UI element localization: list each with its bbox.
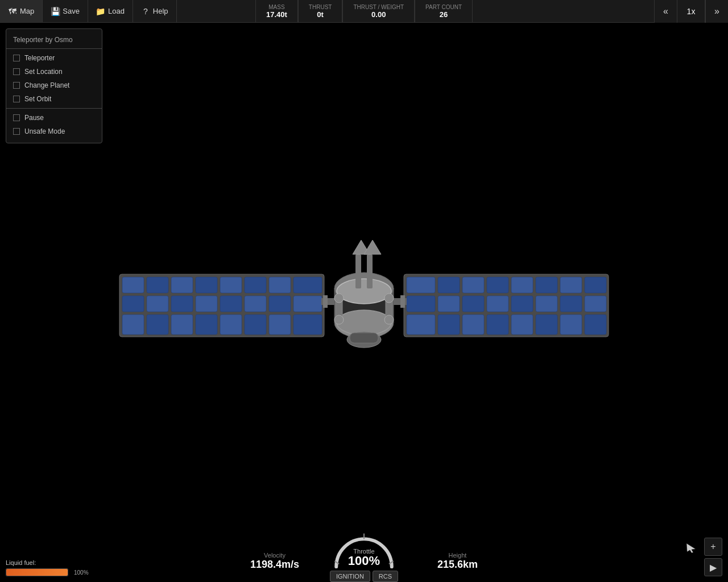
fuel-percentage: 100%	[74, 569, 89, 576]
teleporter-label: Teleporter	[24, 54, 55, 62]
ignition-button[interactable]: IGNITION	[330, 571, 370, 582]
set-orbit-label: Set Orbit	[24, 95, 51, 103]
load-icon: 📁	[96, 7, 105, 16]
cursor-icon	[685, 542, 697, 554]
svg-point-58	[337, 310, 391, 335]
thrust-stat: Thrust 0t	[298, 0, 343, 23]
svg-rect-4	[196, 277, 217, 293]
svg-rect-33	[536, 277, 557, 293]
menu-item-pause[interactable]: Pause	[6, 111, 102, 125]
time-controls: « 1x »	[654, 0, 728, 23]
thrust-weight-label: Thrust / Weight	[353, 4, 404, 10]
velocity-value: 1198.4m/s	[250, 559, 299, 571]
menu-item-set-location[interactable]: Set Location	[6, 65, 102, 79]
fuel-bar	[6, 569, 68, 576]
svg-rect-15	[269, 296, 291, 312]
save-button[interactable]: 💾 Save	[43, 0, 88, 22]
svg-rect-2	[147, 277, 168, 293]
svg-point-65	[384, 315, 394, 324]
svg-rect-36	[407, 296, 435, 312]
throttle-text-block: Throttle 100%	[348, 549, 380, 567]
svg-rect-17	[122, 315, 144, 335]
spacecraft-area	[0, 23, 728, 582]
center-stats: Mass 17.40t Thrust 0t Thrust / Weight 0.…	[255, 0, 473, 23]
map-label: Map	[20, 7, 34, 15]
svg-rect-46	[462, 315, 484, 335]
play-button[interactable]: ▶	[704, 558, 722, 576]
time-speed: 1x	[677, 0, 705, 23]
svg-rect-68	[367, 254, 373, 288]
load-label: Load	[108, 7, 125, 15]
part-count-label: Part Count	[425, 4, 462, 10]
rcs-button[interactable]: RCS	[373, 571, 398, 582]
svg-point-62	[334, 294, 344, 303]
set-orbit-checkbox[interactable]	[13, 96, 20, 102]
rewind-button[interactable]: «	[654, 0, 677, 23]
svg-rect-8	[293, 277, 322, 293]
change-planet-checkbox[interactable]	[13, 82, 20, 89]
plus-button[interactable]: +	[704, 538, 722, 556]
map-button[interactable]: 🗺 Map	[0, 0, 43, 22]
svg-rect-39	[487, 296, 508, 312]
svg-rect-5	[220, 277, 242, 293]
menu-item-teleporter[interactable]: Teleporter	[6, 51, 102, 65]
set-location-checkbox[interactable]	[13, 68, 20, 75]
height-value: 215.6km	[437, 559, 478, 571]
left-solar-panel	[119, 274, 341, 337]
height-block: Height 215.6km	[437, 552, 478, 571]
pause-checkbox[interactable]	[13, 114, 20, 121]
pause-label: Pause	[24, 114, 44, 122]
svg-rect-19	[171, 315, 193, 335]
svg-rect-49	[536, 315, 557, 335]
svg-rect-1	[122, 277, 144, 293]
set-location-label: Set Location	[24, 68, 63, 76]
svg-rect-6	[245, 277, 266, 293]
menu-item-change-planet[interactable]: Change Planet	[6, 79, 102, 92]
save-icon: 💾	[51, 7, 60, 16]
svg-rect-47	[487, 315, 508, 335]
svg-rect-41	[536, 296, 557, 312]
bottom-right-buttons: + ▶	[704, 538, 722, 576]
menu-title: Teleporter by Osmo	[6, 34, 102, 49]
throttle-value: 100%	[348, 555, 380, 567]
svg-point-63	[334, 315, 344, 324]
thrust-weight-value: 0.00	[371, 10, 386, 19]
svg-marker-69	[364, 240, 381, 254]
menu-divider	[6, 108, 102, 109]
svg-rect-11	[171, 296, 193, 312]
menu-item-unsafe-mode[interactable]: Unsafe Mode	[6, 125, 102, 138]
svg-rect-30	[462, 277, 484, 293]
svg-rect-45	[438, 315, 460, 335]
change-planet-label: Change Planet	[24, 81, 69, 89]
help-icon: ?	[141, 7, 150, 16]
svg-rect-3	[171, 277, 193, 293]
svg-rect-22	[245, 315, 266, 335]
svg-rect-14	[245, 296, 266, 312]
svg-rect-71	[350, 333, 378, 343]
unsafe-mode-checkbox[interactable]	[13, 128, 20, 135]
svg-rect-32	[511, 277, 533, 293]
help-button[interactable]: ? Help	[133, 0, 177, 22]
svg-rect-24	[293, 315, 322, 335]
svg-rect-35	[585, 277, 606, 293]
fuel-indicator: Liquid fuel: 100%	[6, 559, 89, 576]
teleporter-checkbox[interactable]	[13, 55, 20, 61]
svg-rect-48	[511, 315, 533, 335]
svg-point-64	[384, 294, 394, 303]
ignition-rcs-row: IGNITION RCS	[330, 571, 398, 582]
svg-rect-29	[438, 277, 460, 293]
forward-button[interactable]: »	[705, 0, 728, 23]
svg-rect-51	[585, 315, 606, 335]
menu-item-set-orbit[interactable]: Set Orbit	[6, 92, 102, 106]
svg-rect-44	[407, 315, 435, 335]
svg-rect-9	[122, 296, 144, 312]
svg-rect-42	[560, 296, 582, 312]
svg-rect-10	[147, 296, 168, 312]
height-label: Height	[437, 552, 478, 559]
svg-rect-26	[323, 295, 328, 308]
top-bar: 🗺 Map 💾 Save 📁 Load ? Help Mass 17.40t T…	[0, 0, 728, 23]
map-icon: 🗺	[8, 7, 17, 16]
mass-label: Mass	[268, 4, 284, 10]
menu-panel: Teleporter by Osmo Teleporter Set Locati…	[6, 28, 102, 143]
load-button[interactable]: 📁 Load	[88, 0, 133, 22]
